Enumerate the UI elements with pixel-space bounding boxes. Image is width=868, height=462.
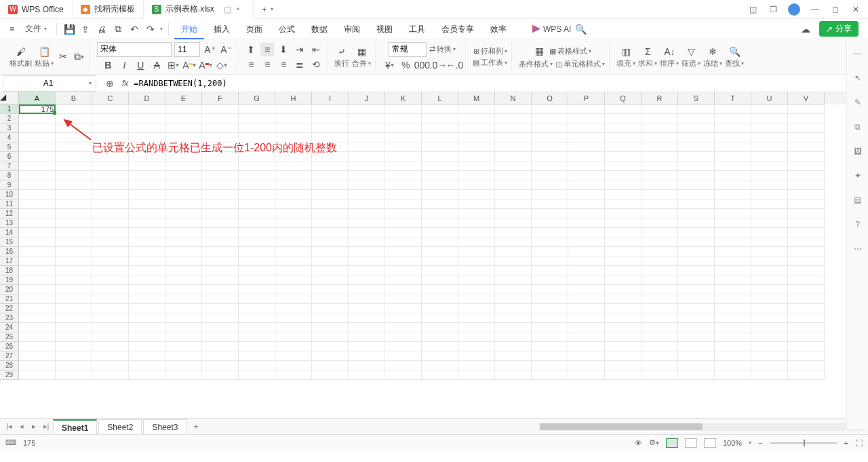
cell[interactable]: [349, 247, 385, 256]
cell[interactable]: [495, 161, 532, 171]
cell[interactable]: [19, 190, 56, 199]
cell[interactable]: [605, 228, 642, 237]
undo-icon[interactable]: ↶: [127, 22, 141, 36]
cell[interactable]: [312, 218, 349, 228]
column-header[interactable]: A: [19, 92, 56, 104]
cell[interactable]: [422, 304, 458, 313]
cell[interactable]: [349, 190, 385, 199]
cell[interactable]: [458, 228, 495, 237]
column-header[interactable]: P: [568, 92, 605, 104]
cell[interactable]: [568, 152, 605, 161]
cell[interactable]: [568, 180, 605, 190]
cell[interactable]: [788, 171, 825, 180]
cell[interactable]: [788, 104, 825, 114]
cell[interactable]: [19, 152, 56, 161]
view-pagebreak-button[interactable]: [704, 438, 716, 448]
cell[interactable]: [56, 161, 92, 171]
cell[interactable]: [532, 256, 568, 266]
cell[interactable]: [642, 123, 678, 133]
cell[interactable]: [715, 152, 751, 161]
cell[interactable]: [458, 171, 495, 180]
cell[interactable]: [312, 266, 349, 275]
row-header[interactable]: 26: [0, 342, 19, 351]
cell[interactable]: [458, 294, 495, 304]
cell[interactable]: [678, 190, 715, 199]
cell[interactable]: [165, 104, 202, 114]
cell[interactable]: [129, 209, 165, 218]
cell[interactable]: [715, 351, 751, 361]
cell[interactable]: [129, 370, 165, 380]
cell[interactable]: [605, 152, 642, 161]
cell[interactable]: [751, 256, 788, 266]
cell[interactable]: [458, 370, 495, 380]
sidepanel-book-icon[interactable]: ▤: [852, 194, 864, 206]
cell[interactable]: [568, 199, 605, 209]
cell[interactable]: [458, 351, 495, 361]
cell[interactable]: [642, 342, 678, 351]
cell[interactable]: [642, 275, 678, 285]
number-format-select[interactable]: [389, 42, 427, 57]
cell[interactable]: [56, 104, 92, 114]
cell[interactable]: [422, 209, 458, 218]
cell[interactable]: [19, 237, 56, 247]
cell[interactable]: [715, 123, 751, 133]
cell[interactable]: [129, 171, 165, 180]
zoom-level[interactable]: 100%: [723, 439, 742, 447]
cell[interactable]: [678, 142, 715, 152]
cell[interactable]: [568, 361, 605, 370]
cell-style-button[interactable]: ◫ 单元格样式▾: [555, 59, 605, 69]
cell[interactable]: 175: [19, 104, 56, 114]
cell[interactable]: [642, 104, 678, 114]
cell[interactable]: [568, 275, 605, 285]
cell[interactable]: [495, 114, 532, 123]
cell[interactable]: [715, 313, 751, 323]
cell[interactable]: [532, 285, 568, 294]
row-header[interactable]: 5: [0, 142, 19, 152]
cell[interactable]: [495, 275, 532, 285]
cell[interactable]: [349, 342, 385, 351]
font-color-icon[interactable]: A▾: [199, 58, 212, 72]
cell[interactable]: [715, 304, 751, 313]
cell[interactable]: [788, 275, 825, 285]
cell[interactable]: [788, 123, 825, 133]
cell[interactable]: [715, 114, 751, 123]
cell[interactable]: [349, 228, 385, 237]
filter-icon[interactable]: ▽: [684, 45, 698, 58]
cell[interactable]: [715, 294, 751, 304]
tab-start[interactable]: 开始: [174, 19, 204, 39]
cell[interactable]: [751, 237, 788, 247]
redo-icon[interactable]: ↷: [144, 22, 157, 36]
cell[interactable]: [165, 256, 202, 266]
row-header[interactable]: 1: [0, 104, 19, 114]
cell[interactable]: [349, 323, 385, 332]
cell[interactable]: [422, 190, 458, 199]
cell[interactable]: [129, 123, 165, 133]
cell[interactable]: [788, 152, 825, 161]
tab-page[interactable]: 页面: [239, 19, 269, 39]
cell[interactable]: [275, 209, 312, 218]
cell[interactable]: [385, 342, 422, 351]
sort-icon[interactable]: A↓: [663, 45, 676, 58]
cell[interactable]: [495, 370, 532, 380]
cell[interactable]: [92, 218, 129, 228]
cell[interactable]: [532, 171, 568, 180]
cell[interactable]: [385, 161, 422, 171]
spreadsheet-grid[interactable]: ◢ ABCDEFGHIJKLMNOPQRSTUV 123456789101112…: [0, 92, 868, 418]
cell[interactable]: [312, 275, 349, 285]
cell[interactable]: [239, 104, 275, 114]
column-header[interactable]: O: [532, 92, 568, 104]
cell[interactable]: [678, 104, 715, 114]
cell[interactable]: [788, 323, 825, 332]
cell[interactable]: [19, 275, 56, 285]
column-header[interactable]: M: [458, 92, 495, 104]
cell[interactable]: [312, 323, 349, 332]
cell[interactable]: [788, 190, 825, 199]
cell[interactable]: [715, 237, 751, 247]
column-header[interactable]: H: [275, 92, 312, 104]
cell[interactable]: [532, 199, 568, 209]
cell[interactable]: [19, 313, 56, 323]
cell[interactable]: [605, 114, 642, 123]
cell[interactable]: [56, 237, 92, 247]
cell[interactable]: [568, 161, 605, 171]
cell[interactable]: [56, 142, 92, 152]
